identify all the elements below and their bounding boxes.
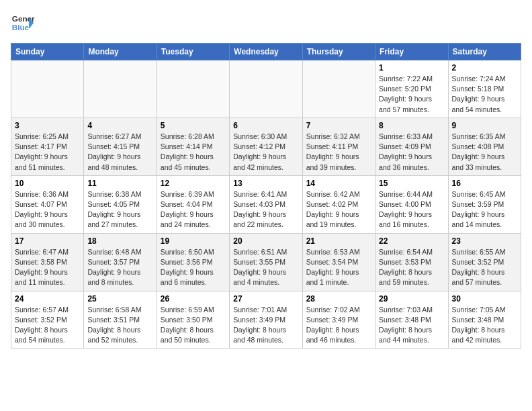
- day-number: 12: [161, 179, 226, 188]
- day-info: Sunrise: 6:35 AM Sunset: 4:08 PM Dayligh…: [452, 132, 517, 173]
- svg-text:Blue: Blue: [12, 23, 30, 32]
- day-header-thursday: Thursday: [302, 44, 375, 60]
- day-number: 15: [379, 179, 444, 188]
- day-info: Sunrise: 6:44 AM Sunset: 4:00 PM Dayligh…: [379, 189, 444, 230]
- day-info: Sunrise: 7:02 AM Sunset: 3:49 PM Dayligh…: [306, 305, 371, 346]
- day-number: 11: [87, 179, 152, 188]
- day-number: 21: [306, 236, 371, 246]
- calendar-cell: [11, 60, 84, 118]
- calendar-cell: 11Sunrise: 6:38 AM Sunset: 4:05 PM Dayli…: [84, 175, 157, 233]
- calendar-cell: [302, 60, 375, 118]
- day-number: 29: [379, 294, 444, 304]
- day-info: Sunrise: 7:05 AM Sunset: 3:48 PM Dayligh…: [452, 305, 517, 346]
- calendar-cell: 8Sunrise: 6:33 AM Sunset: 4:09 PM Daylig…: [375, 118, 448, 175]
- calendar-cell: [230, 60, 302, 118]
- calendar-cell: 28Sunrise: 7:02 AM Sunset: 3:49 PM Dayli…: [302, 291, 375, 349]
- day-number: 1: [379, 63, 444, 73]
- day-number: 24: [15, 294, 80, 304]
- calendar-cell: 3Sunrise: 6:25 AM Sunset: 4:17 PM Daylig…: [11, 118, 84, 175]
- day-number: 23: [452, 236, 517, 246]
- day-info: Sunrise: 6:36 AM Sunset: 4:07 PM Dayligh…: [15, 189, 80, 230]
- week-row-2: 3Sunrise: 6:25 AM Sunset: 4:17 PM Daylig…: [11, 118, 521, 175]
- calendar-cell: 16Sunrise: 6:45 AM Sunset: 3:59 PM Dayli…: [448, 175, 521, 233]
- day-info: Sunrise: 7:01 AM Sunset: 3:49 PM Dayligh…: [233, 305, 298, 346]
- day-number: 30: [452, 294, 517, 304]
- day-number: 18: [87, 236, 152, 246]
- day-info: Sunrise: 6:51 AM Sunset: 3:55 PM Dayligh…: [233, 247, 298, 288]
- week-row-5: 24Sunrise: 6:57 AM Sunset: 3:52 PM Dayli…: [11, 291, 521, 349]
- calendar-cell: 7Sunrise: 6:32 AM Sunset: 4:11 PM Daylig…: [302, 118, 375, 175]
- day-number: 25: [87, 294, 152, 304]
- day-info: Sunrise: 6:39 AM Sunset: 4:04 PM Dayligh…: [161, 189, 226, 230]
- calendar-cell: 4Sunrise: 6:27 AM Sunset: 4:15 PM Daylig…: [84, 118, 157, 175]
- calendar: SundayMondayTuesdayWednesdayThursdayFrid…: [11, 43, 521, 349]
- calendar-cell: 21Sunrise: 6:53 AM Sunset: 3:54 PM Dayli…: [302, 233, 375, 291]
- day-info: Sunrise: 6:32 AM Sunset: 4:11 PM Dayligh…: [306, 132, 371, 173]
- day-info: Sunrise: 7:03 AM Sunset: 3:48 PM Dayligh…: [379, 305, 444, 346]
- calendar-cell: [157, 60, 229, 118]
- day-info: Sunrise: 6:45 AM Sunset: 3:59 PM Dayligh…: [452, 189, 517, 230]
- day-info: Sunrise: 6:54 AM Sunset: 3:53 PM Dayligh…: [379, 247, 444, 288]
- day-info: Sunrise: 6:25 AM Sunset: 4:17 PM Dayligh…: [15, 132, 80, 173]
- calendar-cell: 23Sunrise: 6:55 AM Sunset: 3:52 PM Dayli…: [448, 233, 521, 291]
- calendar-cell: 30Sunrise: 7:05 AM Sunset: 3:48 PM Dayli…: [448, 291, 521, 349]
- calendar-cell: 17Sunrise: 6:47 AM Sunset: 3:58 PM Dayli…: [11, 233, 84, 291]
- calendar-cell: 14Sunrise: 6:42 AM Sunset: 4:02 PM Dayli…: [302, 175, 375, 233]
- calendar-cell: 25Sunrise: 6:58 AM Sunset: 3:51 PM Dayli…: [84, 291, 157, 349]
- day-info: Sunrise: 6:33 AM Sunset: 4:09 PM Dayligh…: [379, 132, 444, 173]
- day-info: Sunrise: 6:55 AM Sunset: 3:52 PM Dayligh…: [452, 247, 517, 288]
- calendar-cell: 18Sunrise: 6:48 AM Sunset: 3:57 PM Dayli…: [84, 233, 157, 291]
- day-of-week-row: SundayMondayTuesdayWednesdayThursdayFrid…: [11, 44, 521, 60]
- day-number: 14: [306, 179, 371, 188]
- day-header-saturday: Saturday: [448, 44, 521, 60]
- day-number: 2: [452, 63, 517, 73]
- day-info: Sunrise: 6:47 AM Sunset: 3:58 PM Dayligh…: [15, 247, 80, 288]
- day-info: Sunrise: 6:59 AM Sunset: 3:50 PM Dayligh…: [161, 305, 226, 346]
- day-number: 13: [233, 179, 298, 188]
- day-info: Sunrise: 6:57 AM Sunset: 3:52 PM Dayligh…: [15, 305, 80, 346]
- day-info: Sunrise: 6:50 AM Sunset: 3:56 PM Dayligh…: [161, 247, 226, 288]
- calendar-cell: 29Sunrise: 7:03 AM Sunset: 3:48 PM Dayli…: [375, 291, 448, 349]
- day-number: 8: [379, 121, 444, 130]
- day-info: Sunrise: 6:28 AM Sunset: 4:14 PM Dayligh…: [161, 132, 226, 173]
- calendar-cell: 1Sunrise: 7:22 AM Sunset: 5:20 PM Daylig…: [375, 60, 448, 118]
- day-number: 4: [87, 121, 152, 130]
- calendar-body: 1Sunrise: 7:22 AM Sunset: 5:20 PM Daylig…: [11, 60, 521, 349]
- day-number: 20: [233, 236, 298, 246]
- day-info: Sunrise: 6:58 AM Sunset: 3:51 PM Dayligh…: [87, 305, 152, 346]
- day-number: 26: [161, 294, 226, 304]
- calendar-cell: 22Sunrise: 6:54 AM Sunset: 3:53 PM Dayli…: [375, 233, 448, 291]
- day-info: Sunrise: 6:53 AM Sunset: 3:54 PM Dayligh…: [306, 247, 371, 288]
- week-row-3: 10Sunrise: 6:36 AM Sunset: 4:07 PM Dayli…: [11, 175, 521, 233]
- day-info: Sunrise: 6:42 AM Sunset: 4:02 PM Dayligh…: [306, 189, 371, 230]
- calendar-cell: 6Sunrise: 6:30 AM Sunset: 4:12 PM Daylig…: [230, 118, 302, 175]
- day-number: 28: [306, 294, 371, 304]
- logo-icon: General Blue: [11, 11, 35, 35]
- day-info: Sunrise: 6:41 AM Sunset: 4:03 PM Dayligh…: [233, 189, 298, 230]
- day-header-friday: Friday: [375, 44, 448, 60]
- week-row-4: 17Sunrise: 6:47 AM Sunset: 3:58 PM Dayli…: [11, 233, 521, 291]
- header: General Blue: [11, 11, 521, 35]
- day-number: 10: [15, 179, 80, 188]
- calendar-cell: 5Sunrise: 6:28 AM Sunset: 4:14 PM Daylig…: [157, 118, 229, 175]
- day-header-monday: Monday: [84, 44, 157, 60]
- calendar-cell: 9Sunrise: 6:35 AM Sunset: 4:08 PM Daylig…: [448, 118, 521, 175]
- day-info: Sunrise: 6:30 AM Sunset: 4:12 PM Dayligh…: [233, 132, 298, 173]
- day-number: 7: [306, 121, 371, 130]
- day-number: 9: [452, 121, 517, 130]
- logo: General Blue: [11, 11, 35, 35]
- day-number: 22: [379, 236, 444, 246]
- day-number: 17: [15, 236, 80, 246]
- day-header-sunday: Sunday: [11, 44, 84, 60]
- day-info: Sunrise: 6:38 AM Sunset: 4:05 PM Dayligh…: [87, 189, 152, 230]
- calendar-cell: 20Sunrise: 6:51 AM Sunset: 3:55 PM Dayli…: [230, 233, 302, 291]
- calendar-cell: 19Sunrise: 6:50 AM Sunset: 3:56 PM Dayli…: [157, 233, 229, 291]
- day-number: 6: [233, 121, 298, 130]
- calendar-cell: 12Sunrise: 6:39 AM Sunset: 4:04 PM Dayli…: [157, 175, 229, 233]
- day-number: 19: [161, 236, 226, 246]
- week-row-1: 1Sunrise: 7:22 AM Sunset: 5:20 PM Daylig…: [11, 60, 521, 118]
- calendar-cell: 27Sunrise: 7:01 AM Sunset: 3:49 PM Dayli…: [230, 291, 302, 349]
- day-header-wednesday: Wednesday: [230, 44, 302, 60]
- day-number: 16: [452, 179, 517, 188]
- day-info: Sunrise: 6:27 AM Sunset: 4:15 PM Dayligh…: [87, 132, 152, 173]
